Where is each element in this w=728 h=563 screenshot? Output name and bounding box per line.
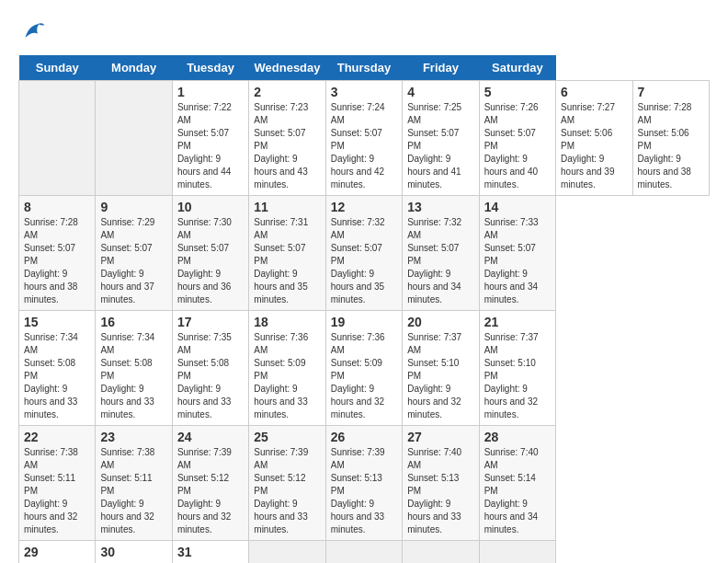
day-info: Sunrise: 7:32 AM Sunset: 5:07 PM Dayligh… [331, 216, 397, 306]
day-info: Sunrise: 7:37 AM Sunset: 5:10 PM Dayligh… [484, 331, 551, 421]
day-number: 7 [638, 85, 705, 99]
calendar-cell: 19 Sunrise: 7:36 AM Sunset: 5:09 PM Dayl… [325, 311, 402, 426]
weekday-header-wednesday: Wednesday [249, 55, 325, 81]
calendar-cell: 15 Sunrise: 7:34 AM Sunset: 5:08 PM Dayl… [19, 311, 96, 426]
day-info: Sunrise: 7:36 AM Sunset: 5:09 PM Dayligh… [254, 331, 320, 421]
calendar-cell [19, 81, 96, 196]
day-info: Sunrise: 7:40 AM Sunset: 5:14 PM Dayligh… [484, 446, 551, 536]
day-info: Sunrise: 7:24 AM Sunset: 5:07 PM Dayligh… [331, 101, 397, 191]
calendar-cell: 16 Sunrise: 7:34 AM Sunset: 5:08 PM Dayl… [96, 311, 172, 426]
day-number: 2 [254, 85, 320, 99]
day-info: Sunrise: 7:38 AM Sunset: 5:11 PM Dayligh… [100, 446, 166, 536]
day-number: 6 [561, 85, 627, 99]
weekday-header-tuesday: Tuesday [172, 55, 248, 81]
day-number: 12 [331, 200, 397, 214]
day-number: 5 [484, 85, 551, 99]
calendar-cell [403, 541, 479, 564]
day-info: Sunrise: 7:32 AM Sunset: 5:07 PM Dayligh… [407, 216, 473, 306]
day-info: Sunrise: 7:38 AM Sunset: 5:11 PM Dayligh… [24, 446, 90, 536]
day-number: 27 [407, 430, 473, 444]
logo-icon [18, 18, 46, 46]
day-number: 28 [484, 430, 551, 444]
day-number: 31 [177, 545, 244, 559]
day-number: 19 [331, 315, 397, 329]
day-info: Sunrise: 7:28 AM Sunset: 5:06 PM Dayligh… [638, 101, 705, 191]
calendar-cell [96, 81, 172, 196]
calendar-week-3: 22 Sunrise: 7:38 AM Sunset: 5:11 PM Dayl… [19, 426, 710, 541]
calendar-cell: 7 Sunrise: 7:28 AM Sunset: 5:06 PM Dayli… [632, 81, 710, 196]
day-number: 18 [254, 315, 320, 329]
calendar-cell: 28 Sunrise: 7:40 AM Sunset: 5:14 PM Dayl… [479, 426, 555, 541]
calendar-cell: 10 Sunrise: 7:30 AM Sunset: 5:07 PM Dayl… [172, 196, 248, 311]
day-info: Sunrise: 7:27 AM Sunset: 5:06 PM Dayligh… [561, 101, 627, 191]
calendar-cell: 18 Sunrise: 7:36 AM Sunset: 5:09 PM Dayl… [249, 311, 325, 426]
calendar-cell: 31 Sunrise: 7:41 AM Sunset: 5:16 PM Dayl… [172, 541, 248, 564]
calendar-cell: 12 Sunrise: 7:32 AM Sunset: 5:07 PM Dayl… [325, 196, 402, 311]
day-number: 14 [484, 200, 551, 214]
day-number: 13 [407, 200, 473, 214]
calendar-cell: 22 Sunrise: 7:38 AM Sunset: 5:11 PM Dayl… [19, 426, 96, 541]
calendar-cell: 14 Sunrise: 7:33 AM Sunset: 5:07 PM Dayl… [479, 196, 555, 311]
calendar-cell: 3 Sunrise: 7:24 AM Sunset: 5:07 PM Dayli… [325, 81, 402, 196]
calendar-cell: 17 Sunrise: 7:35 AM Sunset: 5:08 PM Dayl… [172, 311, 248, 426]
day-number: 25 [254, 430, 320, 444]
day-info: Sunrise: 7:22 AM Sunset: 5:07 PM Dayligh… [177, 101, 244, 191]
day-number: 15 [24, 315, 90, 329]
day-number: 3 [331, 85, 397, 99]
day-number: 23 [100, 430, 166, 444]
calendar-cell [325, 541, 402, 564]
day-info: Sunrise: 7:36 AM Sunset: 5:09 PM Dayligh… [331, 331, 397, 421]
day-info: Sunrise: 7:29 AM Sunset: 5:07 PM Dayligh… [100, 216, 166, 306]
calendar-cell: 23 Sunrise: 7:38 AM Sunset: 5:11 PM Dayl… [96, 426, 172, 541]
day-info: Sunrise: 7:35 AM Sunset: 5:08 PM Dayligh… [177, 331, 244, 421]
day-info: Sunrise: 7:34 AM Sunset: 5:08 PM Dayligh… [24, 331, 90, 421]
calendar-week-2: 15 Sunrise: 7:34 AM Sunset: 5:08 PM Dayl… [19, 311, 710, 426]
calendar-cell: 2 Sunrise: 7:23 AM Sunset: 5:07 PM Dayli… [249, 81, 325, 196]
calendar-cell: 30 Sunrise: 7:41 AM Sunset: 5:16 PM Dayl… [96, 541, 172, 564]
calendar-cell: 29 Sunrise: 7:40 AM Sunset: 5:15 PM Dayl… [19, 541, 96, 564]
calendar-cell: 24 Sunrise: 7:39 AM Sunset: 5:12 PM Dayl… [172, 426, 248, 541]
day-info: Sunrise: 7:25 AM Sunset: 5:07 PM Dayligh… [407, 101, 473, 191]
calendar-cell [479, 541, 555, 564]
logo [18, 18, 50, 46]
weekday-header-monday: Monday [96, 55, 172, 81]
day-info: Sunrise: 7:33 AM Sunset: 5:07 PM Dayligh… [484, 216, 551, 306]
day-info: Sunrise: 7:28 AM Sunset: 5:07 PM Dayligh… [24, 216, 90, 306]
day-number: 22 [24, 430, 90, 444]
day-number: 24 [177, 430, 244, 444]
calendar-cell: 4 Sunrise: 7:25 AM Sunset: 5:07 PM Dayli… [403, 81, 479, 196]
day-number: 9 [100, 200, 166, 214]
calendar-cell [249, 541, 325, 564]
calendar-cell: 20 Sunrise: 7:37 AM Sunset: 5:10 PM Dayl… [403, 311, 479, 426]
calendar-cell: 27 Sunrise: 7:40 AM Sunset: 5:13 PM Dayl… [403, 426, 479, 541]
day-number: 1 [177, 85, 244, 99]
day-info: Sunrise: 7:31 AM Sunset: 5:07 PM Dayligh… [254, 216, 320, 306]
day-info: Sunrise: 7:34 AM Sunset: 5:08 PM Dayligh… [100, 331, 166, 421]
day-number: 17 [177, 315, 244, 329]
calendar-week-0: 1 Sunrise: 7:22 AM Sunset: 5:07 PM Dayli… [19, 81, 710, 196]
day-info: Sunrise: 7:39 AM Sunset: 5:13 PM Dayligh… [331, 446, 397, 536]
calendar-cell: 5 Sunrise: 7:26 AM Sunset: 5:07 PM Dayli… [479, 81, 555, 196]
day-info: Sunrise: 7:26 AM Sunset: 5:07 PM Dayligh… [484, 101, 551, 191]
day-number: 30 [100, 545, 166, 559]
calendar-cell: 8 Sunrise: 7:28 AM Sunset: 5:07 PM Dayli… [19, 196, 96, 311]
calendar-cell: 21 Sunrise: 7:37 AM Sunset: 5:10 PM Dayl… [479, 311, 555, 426]
calendar-cell: 9 Sunrise: 7:29 AM Sunset: 5:07 PM Dayli… [96, 196, 172, 311]
calendar-cell: 6 Sunrise: 7:27 AM Sunset: 5:06 PM Dayli… [556, 81, 632, 196]
weekday-header-friday: Friday [403, 55, 479, 81]
day-number: 20 [407, 315, 473, 329]
calendar-week-1: 8 Sunrise: 7:28 AM Sunset: 5:07 PM Dayli… [19, 196, 710, 311]
weekday-header-row: SundayMondayTuesdayWednesdayThursdayFrid… [19, 55, 710, 81]
weekday-header-saturday: Saturday [479, 55, 555, 81]
calendar-cell: 25 Sunrise: 7:39 AM Sunset: 5:12 PM Dayl… [249, 426, 325, 541]
day-number: 4 [407, 85, 473, 99]
day-number: 10 [177, 200, 244, 214]
day-number: 26 [331, 430, 397, 444]
day-info: Sunrise: 7:39 AM Sunset: 5:12 PM Dayligh… [177, 446, 244, 536]
day-number: 21 [484, 315, 551, 329]
day-number: 16 [100, 315, 166, 329]
day-number: 8 [24, 200, 90, 214]
weekday-header-sunday: Sunday [19, 55, 96, 81]
calendar-cell: 13 Sunrise: 7:32 AM Sunset: 5:07 PM Dayl… [403, 196, 479, 311]
page-header [18, 18, 710, 46]
